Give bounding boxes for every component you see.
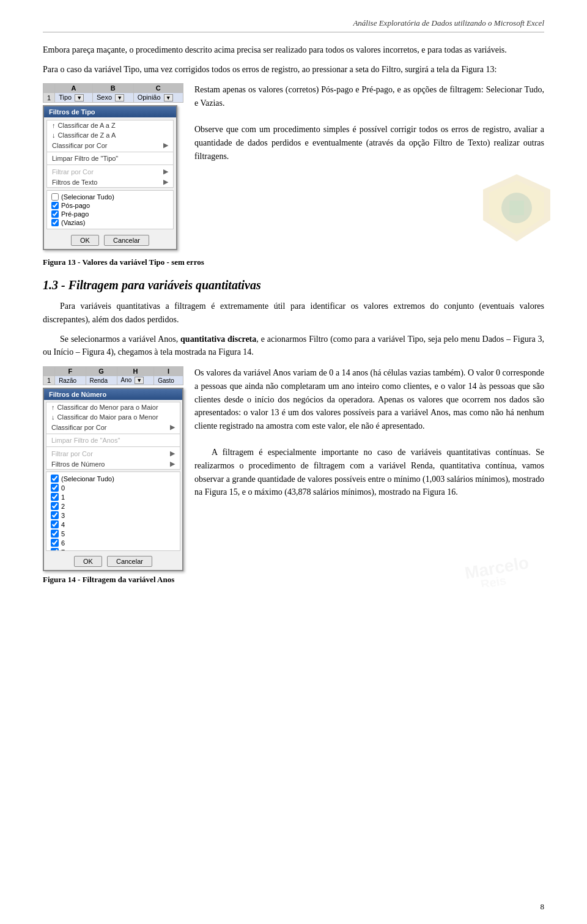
cell-anos[interactable]: Ano ▼	[117, 376, 154, 385]
col-b: B	[93, 84, 134, 93]
cancel-button[interactable]: Cancelar	[104, 235, 149, 246]
cb-val2[interactable]	[51, 502, 59, 510]
menu-item-filter-color2[interactable]: Filtrar por Cor ▶	[46, 448, 180, 459]
menu-label: Filtrar por Cor	[51, 450, 93, 457]
right-text2: Observe que com um procedimento simples …	[194, 123, 544, 163]
cb-val3[interactable]	[51, 511, 59, 519]
cell-sexo[interactable]: Sexo ▼	[93, 93, 134, 103]
col-i: I	[154, 367, 183, 376]
col-num	[43, 367, 55, 376]
cell-gasto[interactable]: Gasto	[154, 376, 183, 385]
figure13-section: A B C 1 Tipo ▼ Sexo ▼ Opinião ▼	[43, 83, 544, 250]
filter-btn-anos[interactable]: ▼	[135, 377, 144, 384]
menu-item-clear-anos[interactable]: Limpar Filtro de "Anos"	[46, 435, 180, 445]
cb-select-all[interactable]	[51, 475, 59, 482]
excel-table-fig13: A B C 1 Tipo ▼ Sexo ▼ Opinião ▼	[43, 83, 183, 103]
arrow-icon: ▶	[163, 141, 168, 149]
watermark2: Marcelo Reis	[462, 550, 553, 599]
right-text-anos2: A filtragem é especialmente importante n…	[194, 446, 544, 499]
menu-label: Filtrar por Cor	[52, 168, 94, 176]
menu-sep4	[46, 446, 180, 447]
cb-val6[interactable]	[51, 539, 59, 547]
filter-btn-opiniao[interactable]: ▼	[164, 94, 173, 102]
checkbox-label: (Vazias)	[61, 219, 86, 226]
cb-val7[interactable]	[51, 548, 59, 551]
dialog-buttons: OK Cancelar	[44, 232, 176, 249]
sort-za-icon: ↓	[52, 131, 56, 139]
ok-button[interactable]: OK	[71, 235, 99, 246]
arrow-icon3: ▶	[163, 178, 168, 186]
cb-5[interactable]: 5	[48, 529, 178, 538]
menu-sep3	[46, 434, 180, 434]
checkbox-item-vazias[interactable]: (Vazias)	[49, 218, 171, 227]
cb-val0[interactable]	[51, 484, 59, 492]
right-text1: Restam apenas os valores (corretos) Pós-…	[194, 83, 544, 109]
menu-label: Classificar do Maior para o Menor	[57, 413, 158, 421]
col-c: C	[133, 84, 183, 93]
intro-para2: Para o caso da variável Tipo, uma vez co…	[43, 63, 544, 76]
cb-6[interactable]: 6	[48, 538, 178, 547]
col-a: A	[55, 84, 93, 93]
section-heading: 1.3 - Filtragem para variáveis quantitat…	[43, 278, 544, 292]
checkbox-prepago[interactable]	[51, 210, 59, 218]
ok-button2[interactable]: OK	[74, 556, 102, 567]
cb-val5[interactable]	[51, 530, 59, 538]
cb-1[interactable]: 1	[48, 492, 178, 501]
cb-4[interactable]: 4	[48, 520, 178, 529]
dialog2-buttons: OK Cancelar	[44, 553, 182, 570]
menu-item-sort-asc[interactable]: ↑ Classificar do Menor para o Maior	[46, 402, 180, 412]
cb-7[interactable]: 7	[48, 547, 178, 551]
menu-item-sort-color[interactable]: Classificar por Cor ▶	[47, 140, 173, 150]
menu-item-sort-desc[interactable]: ↓ Classificar do Maior para o Menor	[46, 412, 180, 422]
cell-tipo[interactable]: Tipo ▼	[55, 93, 93, 103]
menu-label: Classificar por Cor	[51, 424, 106, 431]
menu-item-sort-color2[interactable]: Classificar por Cor ▶	[46, 422, 180, 432]
figure14-right: Os valores da variável Anos variam de 0 …	[194, 366, 544, 499]
cell-renda[interactable]: Renda	[86, 376, 117, 385]
cell-opiniao[interactable]: Opinião ▼	[133, 93, 183, 103]
cb-3[interactable]: 3	[48, 511, 178, 520]
intro-para1: Embora pareça maçante, o procedimento de…	[43, 43, 544, 57]
col-f: F	[55, 367, 86, 376]
svg-rect-3	[509, 201, 524, 215]
menu-label: Classificar de Z a A	[58, 131, 116, 139]
menu-item-sort-za[interactable]: ↓ Classificar de Z a A	[47, 130, 173, 140]
menu-item-text-filters[interactable]: Filtros de Texto ▶	[47, 177, 173, 187]
row-num: 1	[43, 93, 55, 103]
menu-item-filter-color[interactable]: Filtrar por Cor ▶	[47, 166, 173, 177]
checkbox-select-all[interactable]	[51, 193, 59, 201]
checkbox-pospago[interactable]	[51, 202, 59, 209]
page-header: Análise Exploratória de Dados utilizando…	[43, 18, 544, 32]
sort-asc-icon: ↑	[51, 404, 55, 411]
figure13-left: A B C 1 Tipo ▼ Sexo ▼ Opinião ▼	[43, 83, 183, 250]
menu-label: Filtros de Número	[51, 460, 105, 468]
menu-item-num-filters[interactable]: Filtros de Número ▶	[46, 459, 180, 469]
filter-btn-sexo[interactable]: ▼	[115, 94, 124, 102]
checkbox-item-pospago[interactable]: Pós-pago	[49, 201, 171, 210]
cb-0[interactable]: 0	[48, 483, 178, 492]
para-anos1: Se selecionarmos a variável Anos, quanti…	[43, 333, 544, 359]
cancel-button2[interactable]: Cancelar	[107, 556, 152, 567]
checkbox-item-all[interactable]: (Selecionar Tudo)	[49, 193, 171, 201]
col-h: H	[117, 367, 154, 376]
menu-item-sort-az[interactable]: ↑ Classificar de A a Z	[47, 120, 173, 130]
figure13-caption: Figura 13 - Valores da variável Tipo - s…	[43, 257, 544, 267]
cb-all[interactable]: (Selecionar Tudo)	[48, 474, 178, 483]
menu-item-clear-filter[interactable]: Limpar Filtro de "Tipo"	[47, 153, 173, 163]
cb-2[interactable]: 2	[48, 501, 178, 511]
cb-val1[interactable]	[51, 493, 59, 501]
cell-razao[interactable]: Razão	[55, 376, 86, 385]
checkbox-label: (Selecionar Tudo)	[61, 193, 114, 201]
filter-btn-tipo[interactable]: ▼	[75, 94, 84, 102]
col-num	[43, 84, 55, 93]
filter-dialog-fig14: Filtros de Número ↑ Classificar do Menor…	[43, 388, 183, 571]
sort-desc-icon: ↓	[51, 413, 55, 421]
page: Análise Exploratória de Dados utilizando…	[0, 0, 587, 924]
figure13-right: Restam apenas os valores (corretos) Pós-…	[194, 83, 544, 163]
checkbox-item-prepago[interactable]: Pré-pago	[49, 210, 171, 218]
checkbox-vazias[interactable]	[51, 219, 59, 226]
checkbox-label: Pós-pago	[61, 202, 90, 209]
cb-val4[interactable]	[51, 520, 59, 528]
row-num: 1	[43, 376, 55, 385]
right-text-anos: Os valores da variável Anos variam de 0 …	[194, 366, 544, 432]
